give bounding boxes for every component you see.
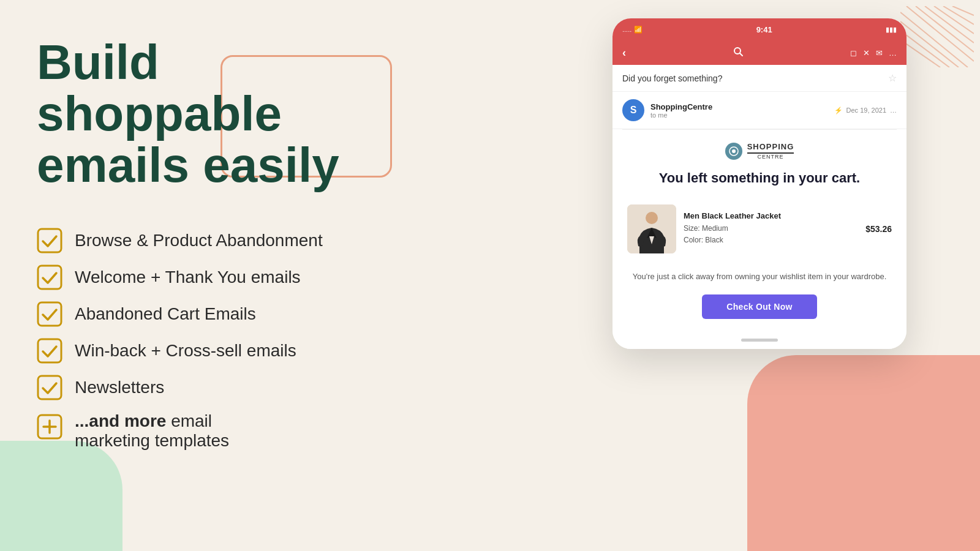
feature-list: Browse & Product Abandonment Welcome + T… — [37, 228, 453, 400]
phone-bottom — [612, 331, 907, 349]
tagline-text: You're just a click away from owning you… — [633, 272, 887, 281]
battery-icon: ▮▮▮ — [886, 26, 897, 34]
brand-logo: SHOPPING CENTRE — [627, 142, 892, 160]
svg-rect-12 — [38, 302, 61, 326]
svg-point-23 — [646, 212, 658, 224]
sender-more-icon[interactable]: … — [890, 107, 897, 114]
and-more-text: ...and more emailmarketing templates — [75, 411, 229, 451]
svg-rect-13 — [38, 339, 61, 362]
right-panel: ..... 📶 9:41 ▮▮▮ ‹ ◻ ✕ ✉ — [612, 18, 919, 349]
star-icon[interactable]: ☆ — [888, 72, 897, 84]
heading-container: Build shoppable emails easily — [37, 37, 339, 222]
brand-logo-text: SHOPPING — [747, 142, 794, 154]
feature-text-3: Abandoned Cart Emails — [75, 304, 256, 324]
mint-bg-decoration — [0, 441, 123, 551]
header-actions: ◻ ✕ ✉ … — [850, 48, 897, 58]
sender-meta: ⚡ Dec 19, 2021 … — [834, 107, 897, 114]
email-tagline: You're just a click away from owning you… — [627, 271, 892, 283]
product-row: Men Black Leather Jacket Size: Medium Co… — [627, 200, 892, 258]
left-panel: Build shoppable emails easily Browse & P… — [37, 37, 453, 451]
phone-mockup: ..... 📶 9:41 ▮▮▮ ‹ ◻ ✕ ✉ — [612, 18, 907, 349]
and-more-item: ...and more emailmarketing templates — [37, 411, 453, 451]
checkbox-check-icon-4 — [37, 338, 62, 364]
feature-item-5: Newsletters — [37, 375, 453, 400]
heading-line1: Build — [37, 35, 159, 89]
brand-logo-icon — [725, 143, 742, 160]
checkbox-check-icon-5 — [37, 375, 62, 400]
sender-name: ShoppingCentre — [650, 102, 828, 111]
feature-text-2: Welcome + Thank You emails — [75, 268, 301, 287]
svg-line-3 — [934, 6, 974, 34]
phone-status-bar: ..... 📶 9:41 ▮▮▮ — [612, 18, 907, 40]
checkbox-check-icon-3 — [37, 301, 62, 327]
svg-point-21 — [732, 149, 736, 153]
heading-line2: shoppable — [37, 86, 282, 141]
home-indicator — [741, 339, 778, 342]
feature-item-4: Win-back + Cross-sell emails — [37, 338, 453, 364]
feature-text-1: Browse & Product Abandonment — [75, 231, 323, 250]
product-price: $53.26 — [865, 224, 892, 234]
brand-name-container: SHOPPING CENTRE — [747, 142, 794, 160]
cart-heading: You left something in your cart. — [627, 170, 892, 187]
sender-avatar: S — [622, 99, 644, 121]
feature-text-5: Newsletters — [75, 378, 164, 397]
feature-text-4: Win-back + Cross-sell emails — [75, 341, 296, 361]
product-details: Men Black Leather Jacket Size: Medium Co… — [684, 211, 858, 246]
more-icon[interactable]: … — [889, 48, 897, 58]
brand-logo-subtext: CENTRE — [747, 154, 794, 160]
email-subject-text: Did you forget something? — [622, 73, 722, 83]
product-name: Men Black Leather Jacket — [684, 211, 858, 220]
feature-item-3: Abandoned Cart Emails — [37, 301, 453, 327]
main-heading: Build shoppable emails easily — [37, 37, 339, 191]
product-image — [627, 204, 676, 253]
product-size: Size: Medium Color: Black — [684, 223, 858, 246]
sender-date: Dec 19, 2021 — [846, 107, 886, 114]
lightning-icon: ⚡ — [834, 107, 843, 114]
svg-rect-11 — [38, 266, 61, 289]
plus-box-icon — [37, 414, 62, 440]
svg-line-19 — [740, 53, 742, 56]
svg-rect-10 — [38, 229, 61, 252]
heading-line3: emails easily — [37, 138, 339, 192]
svg-rect-14 — [38, 376, 61, 399]
archive-icon[interactable]: ◻ — [850, 48, 857, 58]
and-more-bold: ...and more — [75, 411, 166, 430]
avatar-letter: S — [630, 105, 637, 116]
time-display: 9:41 — [756, 25, 772, 34]
status-right: ▮▮▮ — [886, 26, 897, 34]
sender-to: to me — [650, 111, 828, 119]
status-time: 9:41 — [756, 25, 772, 34]
product-size-value: Size: Medium — [684, 224, 728, 233]
delete-icon[interactable]: ✕ — [863, 48, 870, 58]
email-subject-bar: Did you forget something? ☆ — [612, 65, 907, 92]
coral-bg-decoration — [747, 355, 980, 551]
feature-item-1: Browse & Product Abandonment — [37, 228, 453, 253]
sender-row: S ShoppingCentre to me ⚡ Dec 19, 2021 … — [612, 92, 907, 129]
email-header-bar: ‹ ◻ ✕ ✉ … — [612, 40, 907, 65]
checkout-now-button[interactable]: Check Out Now — [702, 294, 816, 319]
wifi-icon: 📶 — [634, 26, 643, 34]
feature-item-2: Welcome + Thank You emails — [37, 264, 453, 290]
mail-icon[interactable]: ✉ — [876, 48, 883, 58]
email-body: SHOPPING CENTRE You left something in yo… — [612, 130, 907, 331]
product-color-value: Color: Black — [684, 236, 723, 244]
search-icon[interactable] — [633, 47, 843, 59]
status-left: ..... 📶 — [622, 26, 643, 34]
back-button[interactable]: ‹ — [622, 47, 626, 59]
signal-indicator: ..... — [622, 26, 631, 33]
checkbox-check-icon-2 — [37, 264, 62, 290]
checkbox-check-icon-1 — [37, 228, 62, 253]
sender-info: ShoppingCentre to me — [650, 102, 828, 119]
